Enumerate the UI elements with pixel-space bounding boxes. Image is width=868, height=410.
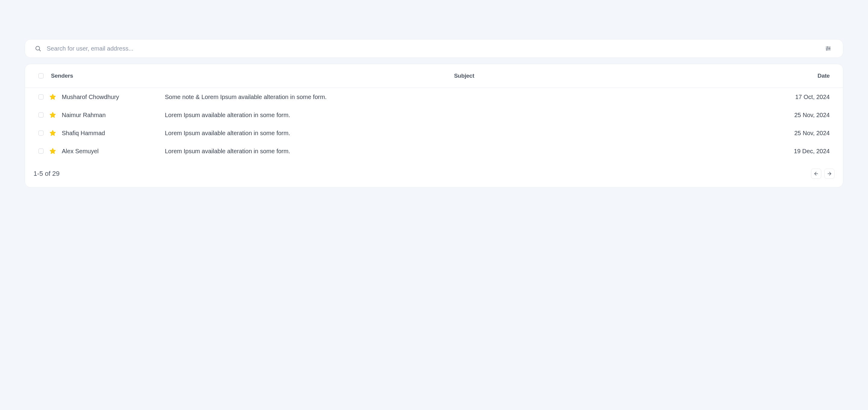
date-text: 25 Nov, 2024 bbox=[795, 130, 830, 136]
date-text: 17 Oct, 2024 bbox=[795, 94, 830, 100]
sender-name: Alex Semuyel bbox=[62, 148, 98, 155]
arrow-left-icon bbox=[813, 171, 819, 176]
filter-icon[interactable] bbox=[825, 45, 832, 52]
sender-name: Musharof Chowdhury bbox=[62, 94, 119, 101]
row-checkbox[interactable] bbox=[38, 130, 44, 136]
subject-text: Some note & Lorem Ipsum available altera… bbox=[165, 94, 327, 100]
table-footer: 1-5 of 29 bbox=[25, 160, 843, 187]
table-header: Senders Subject Date bbox=[25, 64, 843, 88]
svg-marker-10 bbox=[50, 130, 56, 136]
search-bar bbox=[25, 39, 843, 58]
column-header-senders: Senders bbox=[51, 73, 73, 79]
svg-marker-9 bbox=[50, 112, 56, 118]
table-row[interactable]: Alex Semuyel Lorem Ipsum available alter… bbox=[25, 142, 843, 160]
search-input[interactable] bbox=[47, 45, 819, 52]
svg-line-1 bbox=[39, 50, 40, 51]
column-header-date: Date bbox=[818, 73, 830, 79]
row-checkbox[interactable] bbox=[38, 94, 44, 100]
table-row[interactable]: Shafiq Hammad Lorem Ipsum available alte… bbox=[25, 124, 843, 142]
search-icon bbox=[35, 45, 41, 52]
prev-page-button[interactable] bbox=[811, 169, 821, 179]
mail-table-card: Senders Subject Date Musharof Chowdhury … bbox=[25, 64, 843, 187]
pagination-range: 1-5 of 29 bbox=[33, 170, 60, 178]
sender-name: Naimur Rahman bbox=[62, 112, 106, 118]
svg-marker-8 bbox=[50, 94, 56, 100]
star-icon[interactable] bbox=[49, 130, 56, 137]
table-row[interactable]: Naimur Rahman Lorem Ipsum available alte… bbox=[25, 106, 843, 124]
select-all-checkbox[interactable] bbox=[38, 73, 44, 78]
subject-text: Lorem Ipsum available alteration in some… bbox=[165, 112, 290, 118]
star-icon[interactable] bbox=[49, 93, 56, 101]
table-row[interactable]: Musharof Chowdhury Some note & Lorem Ips… bbox=[25, 88, 843, 106]
column-header-subject: Subject bbox=[454, 73, 474, 79]
next-page-button[interactable] bbox=[824, 169, 835, 179]
sender-name: Shafiq Hammad bbox=[62, 130, 105, 137]
date-text: 25 Nov, 2024 bbox=[795, 112, 830, 118]
arrow-right-icon bbox=[827, 171, 832, 176]
row-checkbox[interactable] bbox=[38, 112, 44, 118]
subject-text: Lorem Ipsum available alteration in some… bbox=[165, 130, 290, 136]
svg-marker-11 bbox=[50, 148, 56, 154]
table-body: Musharof Chowdhury Some note & Lorem Ips… bbox=[25, 88, 843, 160]
star-icon[interactable] bbox=[49, 111, 56, 118]
pager bbox=[811, 169, 835, 179]
date-text: 19 Dec, 2024 bbox=[794, 148, 830, 155]
svg-point-0 bbox=[36, 46, 40, 50]
star-icon[interactable] bbox=[49, 147, 56, 155]
row-checkbox[interactable] bbox=[38, 148, 44, 154]
subject-text: Lorem Ipsum available alteration in some… bbox=[165, 148, 290, 155]
